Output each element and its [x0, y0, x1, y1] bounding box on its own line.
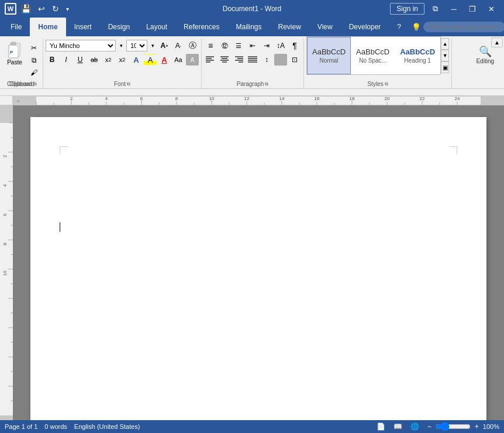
copy-button[interactable]: ⧉ [27, 54, 40, 66]
decrease-indent-button[interactable]: ⇤ [246, 40, 259, 51]
web-layout-button[interactable]: 🌐 [409, 422, 421, 431]
highlight-button[interactable]: A [144, 54, 157, 66]
ruler-corner[interactable] [0, 96, 13, 105]
tab-layout[interactable]: Layout [138, 18, 175, 36]
sign-in-button[interactable]: Sign in [390, 3, 424, 15]
svg-text:4: 4 [2, 184, 8, 187]
corner-mark-tl [60, 146, 68, 154]
tab-review[interactable]: Review [270, 18, 309, 36]
collapse-ribbon-button[interactable]: ▲ [491, 37, 503, 47]
tab-view[interactable]: View [309, 18, 341, 36]
svg-text:18: 18 [350, 97, 355, 101]
tab-references[interactable]: References [175, 18, 227, 36]
change-case-button[interactable]: Aa [172, 54, 185, 66]
tab-file[interactable]: File [2, 18, 30, 36]
italic-button[interactable]: I [60, 54, 73, 66]
ribbon-tabs: File Home Insert Design Layout Reference… [0, 18, 504, 36]
multilevel-list-button[interactable]: ☰ [232, 40, 245, 51]
close-button[interactable]: ✕ [483, 1, 499, 17]
document-page[interactable] [30, 117, 486, 420]
borders-button[interactable]: ⊡ [288, 54, 301, 66]
increase-indent-button[interactable]: ⇥ [260, 40, 273, 51]
align-left-button[interactable] [204, 54, 217, 66]
copy-icon: ⧉ [32, 56, 37, 64]
superscript-button[interactable]: x2 [116, 54, 129, 66]
svg-rect-21 [481, 97, 504, 105]
search-editing-icon: 🔍 [479, 45, 492, 58]
title-bar-left: W 💾 ↩ ↻ ▾ [5, 3, 71, 15]
strikethrough-button[interactable]: ab [88, 54, 101, 66]
ruler-area: 246 81012 141618 202224 ⌐ [0, 96, 504, 105]
tab-developer[interactable]: Developer [341, 18, 389, 36]
align-right-button[interactable] [232, 54, 245, 66]
show-marks-button[interactable]: ¶ [288, 40, 301, 51]
paste-button[interactable]: P Paste [4, 40, 26, 67]
justify-button[interactable] [246, 54, 259, 66]
clipboard-expand-icon[interactable]: ⧉ [33, 81, 37, 87]
ruler-svg: 246 81012 141618 202224 ⌐ [13, 97, 504, 105]
styles-box: AaBbCcD Normal AaBbCcD No Spac... AaBbCc… [306, 36, 441, 75]
vertical-ruler-svg: 2 4 6 8 10 [0, 105, 13, 420]
redo-button[interactable]: ↻ [50, 3, 61, 15]
layout-button[interactable]: ⧉ [427, 1, 443, 17]
numbering-button[interactable]: ⑫ [218, 40, 231, 51]
style-heading1[interactable]: AaBbCcD Heading 1 [395, 37, 440, 74]
format-painter-button[interactable]: 🖌 [27, 67, 40, 78]
font-size-select[interactable]: 10.5 [126, 40, 147, 51]
language[interactable]: English (United States) [74, 423, 140, 430]
style-no-spacing-label: No Spac... [359, 57, 386, 64]
increase-font-size-button[interactable]: A+ [158, 40, 171, 51]
style-normal-label: Normal [319, 57, 338, 64]
page-count[interactable]: Page 1 of 1 [5, 423, 37, 430]
tab-home[interactable]: Home [30, 18, 65, 36]
char-shading-button[interactable]: A [186, 54, 199, 66]
font-color-button[interactable]: A [158, 54, 171, 66]
tell-me-input[interactable] [423, 22, 504, 32]
customize-qat-button[interactable]: ▾ [64, 5, 71, 13]
subscript-button[interactable]: x2 [102, 54, 115, 66]
corner-mark-tr [449, 146, 457, 154]
document-area[interactable] [13, 105, 504, 420]
vertical-ruler: 2 4 6 8 10 [0, 105, 13, 420]
zoom-range[interactable] [436, 423, 471, 430]
undo-button[interactable]: ↩ [36, 3, 47, 15]
line-spacing-button[interactable]: ↕ [260, 54, 273, 66]
styles-scroll-up[interactable]: ▲ [441, 38, 449, 50]
restore-button[interactable]: ❐ [464, 1, 481, 17]
zoom-out-button[interactable]: − [426, 422, 433, 431]
bullets-button[interactable]: ≡ [204, 40, 217, 51]
text-effects-button[interactable]: A [130, 54, 143, 66]
minimize-button[interactable]: ─ [446, 1, 462, 17]
tab-insert[interactable]: Insert [66, 18, 100, 36]
tab-help[interactable]: ? [389, 18, 409, 36]
decrease-font-size-button[interactable]: A- [172, 40, 185, 51]
font-name-dropdown-icon[interactable]: ▾ [117, 40, 125, 51]
shading-button[interactable] [274, 54, 287, 66]
zoom-slider[interactable]: − + 100% [426, 422, 499, 431]
tab-mailings[interactable]: Mailings [227, 18, 270, 36]
cut-button[interactable]: ✂ [27, 42, 40, 54]
bold-button[interactable]: B [46, 54, 58, 66]
style-no-spacing[interactable]: AaBbCcD No Spac... [351, 37, 395, 74]
word-count[interactable]: 0 words [44, 423, 67, 430]
print-layout-button[interactable]: 📄 [375, 422, 387, 431]
style-normal[interactable]: AaBbCcD Normal [307, 37, 351, 74]
font-size-dropdown-icon[interactable]: ▾ [149, 40, 157, 51]
styles-scroll-down[interactable]: ▼ [441, 50, 449, 61]
svg-text:⌐: ⌐ [17, 98, 20, 104]
read-mode-button[interactable]: 📖 [392, 422, 404, 431]
styles-expand-icon[interactable]: ⧉ [385, 81, 388, 87]
align-center-button[interactable] [218, 54, 231, 66]
svg-text:14: 14 [279, 97, 285, 101]
clear-format-button[interactable]: Ⓐ [186, 40, 199, 51]
font-expand-icon[interactable]: ⧉ [127, 81, 130, 87]
sort-button[interactable]: ↕A [274, 40, 287, 51]
paragraph-expand-icon[interactable]: ⧉ [265, 81, 268, 87]
font-name-select[interactable]: Yu Mincho [46, 40, 116, 51]
save-button[interactable]: 💾 [19, 3, 33, 15]
svg-text:6: 6 [2, 213, 8, 216]
underline-button[interactable]: U [74, 54, 87, 66]
tab-design[interactable]: Design [100, 18, 138, 36]
styles-more[interactable]: ▣ [441, 61, 449, 73]
zoom-in-button[interactable]: + [473, 422, 481, 431]
